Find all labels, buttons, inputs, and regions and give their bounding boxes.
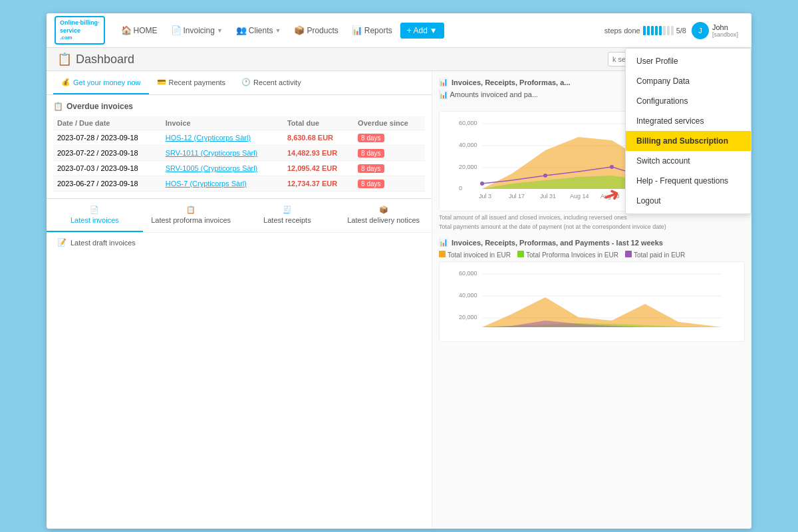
- clients-arrow: ▼: [275, 27, 281, 34]
- nav-products[interactable]: 📦 Products: [289, 21, 343, 39]
- col-overdue: Overdue since: [354, 116, 425, 130]
- header: Online·billing· service .com 🏠 HOME 📄 In…: [47, 13, 751, 48]
- row-date: 2023-07-03 / 2023-09-18: [53, 161, 162, 176]
- user-name: John [sandbox]: [712, 23, 738, 38]
- page-title: 📋 Dashboard: [57, 52, 134, 66]
- products-icon: 📦: [294, 25, 305, 35]
- dropdown-integrated-services[interactable]: Integrated services: [626, 111, 751, 131]
- logo[interactable]: Online·billing· service .com: [55, 16, 105, 44]
- svg-text:60,000: 60,000: [459, 270, 477, 277]
- clients-icon: 👥: [236, 25, 247, 35]
- row-days: 8 days: [354, 161, 425, 176]
- invoicing-icon: 📄: [171, 25, 182, 35]
- svg-text:0: 0: [459, 185, 462, 192]
- add-button[interactable]: + Add ▼: [400, 23, 444, 39]
- row-date: 2023-07-28 / 2023-09-18: [53, 130, 162, 146]
- table-row: 2023-07-28 / 2023-09-18 HOS-12 (Cryptico…: [53, 130, 425, 146]
- row-invoice[interactable]: HOS-12 (Crypticorps Sàrl): [162, 130, 283, 146]
- legend-paid: Total paid in EUR: [625, 251, 685, 259]
- chart1-bar-icon: 📊: [439, 90, 448, 98]
- row-amount: 14,482.93 EUR: [283, 146, 354, 161]
- dropdown-user-profile[interactable]: User Profile: [626, 51, 751, 71]
- dashboard-icon: 📋: [57, 52, 72, 66]
- svg-text:Aug 14: Aug 14: [570, 193, 589, 200]
- tab-latest-proforma[interactable]: 📋 Latest proforma invoices: [143, 199, 239, 232]
- tab-delivery-notices[interactable]: 📦 Latest delivery notices: [335, 199, 432, 232]
- row-invoice[interactable]: SRV-1011 (Crypticorps Sàrl): [162, 146, 283, 161]
- dropdown-switch-account[interactable]: Switch account: [626, 151, 751, 171]
- user-dropdown-menu: User Profile Company Data Configurations…: [625, 48, 751, 214]
- dropdown-help[interactable]: Help - Frequent questions: [626, 171, 751, 191]
- nav-reports[interactable]: 📊 Reports: [346, 21, 398, 39]
- step-7: [667, 26, 670, 35]
- row-date: 2023-07-22 / 2023-09-18: [53, 146, 162, 161]
- tab-latest-invoices[interactable]: 📄 Latest invoices: [47, 199, 143, 232]
- nav-clients[interactable]: 👥 Clients ▼: [231, 21, 287, 39]
- step-3: [651, 26, 654, 35]
- table-row: 2023-07-03 / 2023-09-18 SRV-1005 (Crypti…: [53, 161, 425, 176]
- col-invoice: Invoice: [162, 116, 283, 130]
- payments-icon: 💳: [157, 78, 166, 86]
- dropdown-overlay: User Profile Company Data Configurations…: [625, 48, 751, 214]
- dropdown-company-data[interactable]: Company Data: [626, 71, 751, 91]
- svg-point-11: [543, 174, 547, 178]
- tab-recent-activity[interactable]: 🕐 Recent activity: [233, 71, 309, 94]
- overdue-title: 📋 Overdue invoices: [53, 102, 425, 111]
- row-amount: 8,630.68 EUR: [283, 130, 354, 146]
- overdue-section: 📋 Overdue invoices Date / Due date Invoi…: [47, 95, 432, 198]
- overdue-icon: 📋: [53, 102, 63, 111]
- svg-text:Jul 17: Jul 17: [509, 193, 525, 200]
- home-icon: 🏠: [121, 25, 132, 35]
- svg-text:40,000: 40,000: [459, 142, 477, 148]
- nav-invoicing[interactable]: 📄 Invoicing ▼: [166, 21, 228, 39]
- legend-proforma: Total Proforma Invoices in EUR: [517, 251, 618, 259]
- money-icon: 💰: [61, 78, 70, 86]
- col-total: Total due: [283, 116, 354, 130]
- tab-recent-payments[interactable]: 💳 Recent payments: [149, 71, 234, 94]
- main-tabs: 💰 Get your money now 💳 Recent payments 🕐…: [47, 71, 432, 95]
- svg-marker-26: [482, 297, 722, 327]
- step-1: [643, 26, 646, 35]
- chart1-note2: Total payments amount at the date of pay…: [439, 223, 745, 230]
- latest-invoices-icon: 📄: [90, 205, 99, 214]
- row-date: 2023-06-27 / 2023-09-18: [53, 176, 162, 192]
- reports-icon: 📊: [352, 25, 362, 35]
- row-days: 8 days: [354, 146, 425, 161]
- overdue-table: Date / Due date Invoice Total due Overdu…: [53, 116, 425, 192]
- tab-latest-receipts[interactable]: 🧾 Latest receipts: [239, 199, 336, 232]
- row-invoice[interactable]: SRV-1005 (Crypticorps Sàrl): [162, 161, 283, 176]
- svg-point-10: [480, 182, 484, 186]
- main-nav: 🏠 HOME 📄 Invoicing ▼ 👥 Clients ▼ 📦 Produ…: [116, 21, 594, 39]
- step-8: [671, 26, 674, 35]
- invoicing-arrow: ▼: [217, 27, 223, 34]
- step-4: [655, 26, 658, 35]
- chart2-legend: Total invoiced in EUR Total Proforma Inv…: [439, 251, 745, 259]
- draft-icon: 📝: [57, 238, 66, 247]
- row-days: 8 days: [354, 176, 425, 192]
- chart2-title: 📊 Invoices, Receipts, Proformas, and Pay…: [439, 238, 745, 247]
- user-avatar: J: [692, 22, 709, 39]
- svg-text:60,000: 60,000: [459, 120, 477, 126]
- row-days: 8 days: [354, 130, 425, 146]
- tab-get-money[interactable]: 💰 Get your money now: [53, 71, 149, 94]
- dropdown-configurations[interactable]: Configurations: [626, 91, 751, 111]
- step-2: [647, 26, 650, 35]
- svg-text:Jul 3: Jul 3: [479, 193, 491, 200]
- draft-row: 📝 Latest draft invoices: [47, 232, 432, 252]
- activity-icon: 🕐: [241, 78, 251, 86]
- dropdown-logout[interactable]: Logout: [626, 191, 751, 211]
- step-6: [663, 26, 666, 35]
- chart1-icon: 📊: [439, 78, 448, 86]
- svg-text:20,000: 20,000: [459, 164, 477, 170]
- nav-home[interactable]: 🏠 HOME: [116, 21, 163, 39]
- steps-done: steps done 5/8: [604, 26, 686, 35]
- user-menu-button[interactable]: J John [sandbox]: [686, 19, 743, 42]
- row-amount: 12,095.42 EUR: [283, 161, 354, 176]
- chart2-icon: 📊: [439, 238, 448, 247]
- legend-invoiced: Total invoiced in EUR: [439, 251, 511, 259]
- svg-text:20,000: 20,000: [459, 314, 477, 321]
- svg-point-12: [610, 165, 614, 169]
- row-invoice[interactable]: HOS-7 (Crypticorps Sàrl): [162, 176, 283, 192]
- left-panel: 💰 Get your money now 💳 Recent payments 🕐…: [47, 71, 432, 529]
- dropdown-billing-subscription[interactable]: Billing and Subscription: [626, 131, 751, 151]
